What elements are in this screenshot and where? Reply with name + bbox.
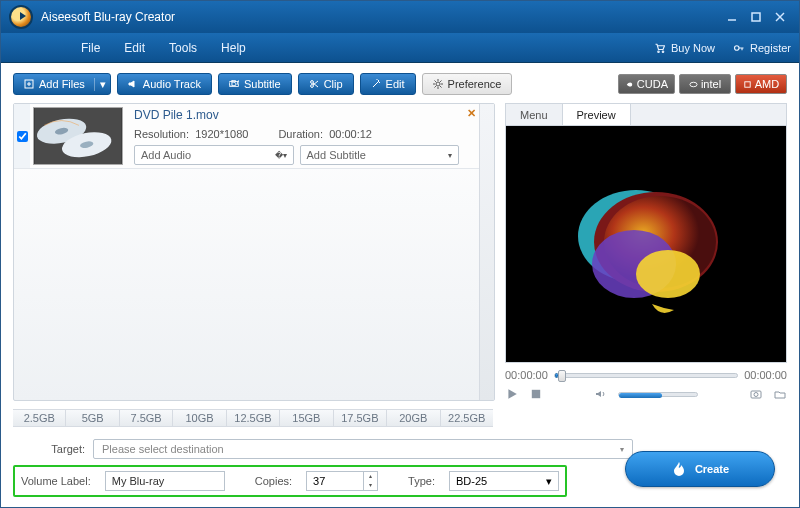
ruler-tick: 10GB [172, 410, 225, 426]
file-list-scrollbar[interactable] [479, 104, 494, 400]
svg-point-6 [735, 45, 740, 50]
play-button[interactable] [505, 387, 519, 401]
add-subtitle-select[interactable]: Add Subtitle▾ [300, 145, 460, 165]
cart-icon [654, 42, 666, 54]
preview-tabs: Menu Preview [505, 103, 787, 125]
edit-button[interactable]: Edit [360, 73, 416, 95]
menu-file[interactable]: File [81, 41, 100, 55]
chevron-down-icon: ▾ [546, 475, 552, 488]
add-files-button[interactable]: Add Files ▾ [13, 73, 111, 95]
remove-file-button[interactable]: ✕ [467, 107, 476, 120]
register-label: Register [750, 42, 791, 54]
buy-now-link[interactable]: Buy Now [654, 42, 715, 54]
file-checkbox-col [14, 104, 30, 168]
svg-rect-1 [752, 13, 760, 21]
volume-slider[interactable] [618, 392, 698, 397]
duration-value: 00:00:12 [329, 128, 372, 140]
copies-label: Copies: [255, 475, 292, 487]
maximize-button[interactable] [745, 8, 767, 26]
snapshot-folder-button[interactable] [773, 387, 787, 401]
copies-value: 37 [307, 475, 363, 487]
copies-down[interactable]: ▾ [364, 481, 377, 490]
file-name: DVD Pile 1.mov [134, 108, 459, 122]
preference-button[interactable]: Preference [422, 73, 513, 95]
stop-button[interactable] [529, 387, 543, 401]
tab-menu[interactable]: Menu [506, 104, 563, 125]
type-select[interactable]: BD-25 ▾ [449, 471, 559, 491]
register-link[interactable]: Register [733, 42, 791, 54]
minimize-button[interactable] [721, 8, 743, 26]
volume-label-label: Volume Label: [21, 475, 91, 487]
app-logo-icon [9, 5, 33, 29]
svg-point-17 [436, 82, 440, 86]
preview-timeline: 00:00:00 00:00:00 [505, 369, 787, 381]
menu-tools[interactable]: Tools [169, 41, 197, 55]
subtitle-label: Subtitle [244, 78, 281, 90]
preference-label: Preference [448, 78, 502, 90]
close-button[interactable] [769, 8, 791, 26]
file-item[interactable]: DVD Pile 1.mov Resolution: 1920*1080 Dur… [14, 104, 479, 169]
create-button[interactable]: Create [625, 451, 775, 487]
subtitle-icon: ABC [229, 79, 239, 89]
intel-badge: intel [679, 74, 731, 94]
subtitle-button[interactable]: ABC Subtitle [218, 73, 292, 95]
svg-point-18 [690, 82, 697, 87]
amd-badge: AMD [735, 74, 787, 94]
app-window: Aiseesoft Blu-ray Creator File Edit Tool… [0, 0, 800, 508]
target-select[interactable]: Please select destination ▾ [93, 439, 633, 459]
edit-label: Edit [386, 78, 405, 90]
menu-edit[interactable]: Edit [124, 41, 145, 55]
svg-point-12 [310, 81, 313, 84]
volume-icon[interactable] [594, 387, 608, 401]
ruler-tick: 20GB [386, 410, 439, 426]
titlebar: Aiseesoft Blu-ray Creator [1, 1, 799, 33]
ruler-tick: 17.5GB [333, 410, 386, 426]
key-icon [733, 42, 745, 54]
ruler-tick: 7.5GB [119, 410, 172, 426]
gpu-badges: CUDA intel AMD [618, 74, 787, 94]
ruler-tick: 12.5GB [226, 410, 279, 426]
ruler-tick: 15GB [279, 410, 332, 426]
create-label: Create [695, 463, 729, 475]
file-list: DVD Pile 1.mov Resolution: 1920*1080 Dur… [13, 103, 495, 401]
tab-preview[interactable]: Preview [563, 104, 631, 125]
svg-line-16 [373, 81, 379, 87]
gear-icon [433, 79, 443, 89]
scissors-icon [309, 79, 319, 89]
toolbar: Add Files ▾ Audio Track ABC Subtitle Cli… [13, 73, 787, 95]
add-files-label: Add Files [39, 78, 85, 90]
clip-label: Clip [324, 78, 343, 90]
resolution-label: Resolution: [134, 128, 189, 140]
seek-knob[interactable] [558, 370, 566, 382]
svg-point-5 [662, 51, 664, 53]
content-row: DVD Pile 1.mov Resolution: 1920*1080 Dur… [13, 103, 787, 401]
copies-up[interactable]: ▴ [364, 472, 377, 481]
audio-track-button[interactable]: Audio Track [117, 73, 212, 95]
svg-rect-30 [532, 390, 540, 398]
menu-help[interactable]: Help [221, 41, 246, 55]
time-start: 00:00:00 [505, 369, 548, 381]
volume-label-input[interactable] [105, 471, 225, 491]
copies-input[interactable]: 37 ▴▾ [306, 471, 378, 491]
clip-button[interactable]: Clip [298, 73, 354, 95]
audio-icon [128, 79, 138, 89]
type-label: Type: [408, 475, 435, 487]
add-audio-select[interactable]: Add Audio�▾ [134, 145, 294, 165]
chevron-down-icon: ▾ [448, 151, 452, 160]
buy-now-label: Buy Now [671, 42, 715, 54]
svg-point-4 [658, 51, 660, 53]
preview-controls [505, 387, 787, 401]
file-thumbnail [33, 107, 123, 165]
cuda-badge: CUDA [618, 74, 675, 94]
ruler-tick: 5GB [65, 410, 118, 426]
type-value: BD-25 [456, 475, 487, 487]
resolution-value: 1920*1080 [195, 128, 248, 140]
svg-text:ABC: ABC [229, 79, 239, 88]
svg-point-13 [310, 85, 313, 88]
ruler-tick: 22.5GB [440, 410, 493, 426]
file-checkbox[interactable] [17, 131, 28, 142]
snapshot-button[interactable] [749, 387, 763, 401]
svg-rect-19 [745, 81, 750, 86]
seek-slider[interactable] [554, 373, 738, 378]
volume-settings-row: Volume Label: Copies: 37 ▴▾ Type: BD-25 … [13, 465, 567, 497]
